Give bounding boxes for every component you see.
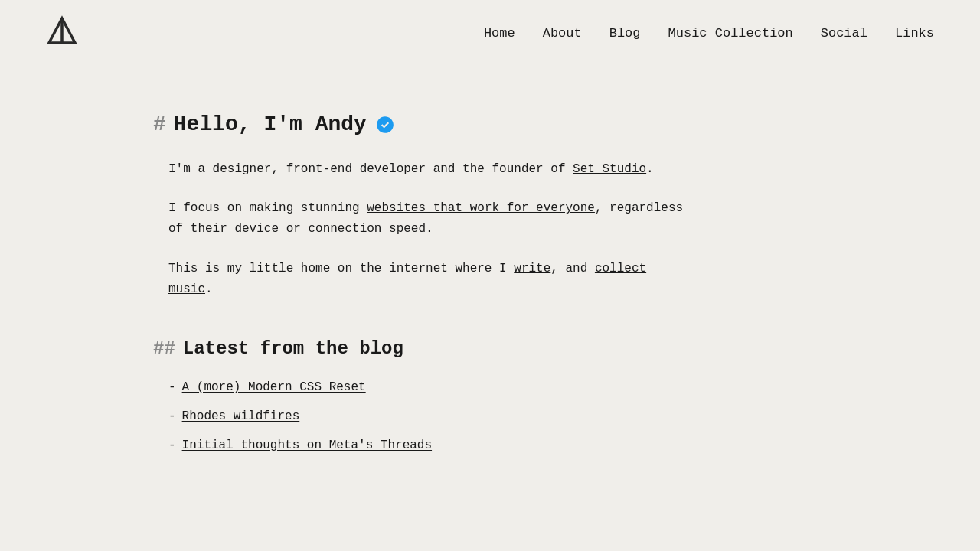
- blog-heading: ## Latest from the blog: [153, 338, 720, 359]
- main-content: # Hello, I'm Andy I'm a designer, front-…: [0, 67, 766, 514]
- intro-section: I'm a designer, front-end developer and …: [168, 159, 720, 300]
- websites-link[interactable]: websites that work for everyone: [367, 201, 595, 215]
- nav-about[interactable]: About: [543, 26, 582, 41]
- site-header: Home About Blog Music Collection Social …: [0, 0, 980, 67]
- blog-post-3-link[interactable]: Initial thoughts on Meta's Threads: [182, 439, 432, 452]
- intro-paragraph-2: I focus on making stunning websites that…: [168, 198, 689, 240]
- verified-badge-icon: [374, 114, 396, 135]
- nav-blog[interactable]: Blog: [609, 26, 641, 41]
- write-link[interactable]: write: [514, 262, 550, 276]
- blog-post-2-link[interactable]: Rhodes wildfires: [182, 409, 300, 423]
- logo[interactable]: [46, 15, 78, 51]
- double-hash-icon: ##: [153, 338, 175, 359]
- set-studio-link[interactable]: Set Studio: [573, 162, 646, 176]
- main-nav: Home About Blog Music Collection Social …: [484, 26, 934, 41]
- nav-home[interactable]: Home: [484, 26, 515, 41]
- page-title: Hello, I'm Andy: [174, 112, 396, 136]
- hash-icon: #: [153, 112, 166, 136]
- list-item: A (more) Modern CSS Reset: [168, 380, 720, 394]
- blog-section: ## Latest from the blog A (more) Modern …: [153, 338, 720, 452]
- blog-post-1-link[interactable]: A (more) Modern CSS Reset: [182, 380, 366, 394]
- hero-heading: # Hello, I'm Andy: [153, 112, 720, 136]
- nav-social[interactable]: Social: [821, 26, 867, 41]
- list-item: Initial thoughts on Meta's Threads: [168, 439, 720, 452]
- blog-list: A (more) Modern CSS Reset Rhodes wildfir…: [168, 380, 720, 452]
- list-item: Rhodes wildfires: [168, 409, 720, 423]
- intro-paragraph-1: I'm a designer, front-end developer and …: [168, 159, 689, 180]
- nav-music-collection[interactable]: Music Collection: [668, 26, 793, 41]
- nav-links[interactable]: Links: [895, 26, 934, 41]
- intro-paragraph-3: This is my little home on the internet w…: [168, 259, 689, 300]
- blog-title: Latest from the blog: [183, 338, 403, 359]
